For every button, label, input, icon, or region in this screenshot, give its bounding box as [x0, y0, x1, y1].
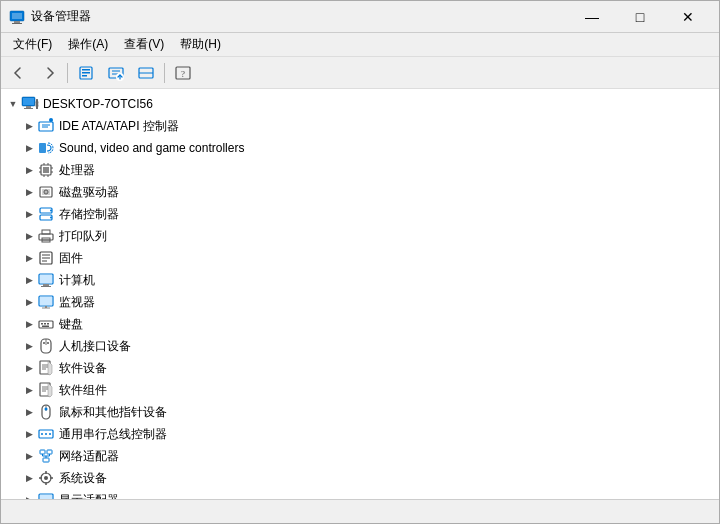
- tree-item[interactable]: 网络适配器: [1, 445, 719, 467]
- item-arrow[interactable]: [21, 467, 37, 489]
- svg-rect-64: [42, 326, 49, 328]
- close-button[interactable]: ✕: [665, 1, 711, 33]
- item-icon-printer: [37, 227, 55, 245]
- svg-rect-86: [40, 450, 45, 454]
- svg-point-81: [45, 408, 48, 411]
- menu-action[interactable]: 操作(A): [60, 33, 116, 56]
- title-bar: 设备管理器 — □ ✕: [1, 1, 719, 33]
- item-icon-storage: [37, 205, 55, 223]
- item-label: 鼠标和其他指针设备: [59, 404, 167, 421]
- item-label: 固件: [59, 250, 83, 267]
- tree-item[interactable]: 显示适配器: [1, 489, 719, 499]
- item-label: Sound, video and game controllers: [59, 141, 244, 155]
- item-arrow[interactable]: [21, 159, 37, 181]
- tree-item[interactable]: 软件组件: [1, 379, 719, 401]
- svg-rect-55: [41, 286, 51, 287]
- tree-item[interactable]: 鼠标和其他指针设备: [1, 401, 719, 423]
- menu-view[interactable]: 查看(V): [116, 33, 172, 56]
- svg-point-85: [49, 433, 51, 435]
- status-bar: [1, 499, 719, 523]
- item-label: 存储控制器: [59, 206, 119, 223]
- maximize-button[interactable]: □: [617, 1, 663, 33]
- update-driver-button[interactable]: [102, 60, 130, 86]
- svg-text:?: ?: [181, 69, 185, 79]
- tree-item[interactable]: 打印队列: [1, 225, 719, 247]
- tree-item[interactable]: 监视器: [1, 291, 719, 313]
- device-manager-window: 设备管理器 — □ ✕ 文件(F) 操作(A) 查看(V) 帮助(H): [0, 0, 720, 524]
- scan-button[interactable]: [132, 60, 160, 86]
- menu-bar: 文件(F) 操作(A) 查看(V) 帮助(H): [1, 33, 719, 57]
- svg-rect-19: [36, 99, 38, 109]
- item-arrow[interactable]: [21, 225, 37, 247]
- item-arrow[interactable]: [21, 247, 37, 269]
- tree-root[interactable]: DESKTOP-7OTCI56: [1, 93, 719, 115]
- menu-file[interactable]: 文件(F): [5, 33, 60, 56]
- toolbar: ?: [1, 57, 719, 89]
- item-icon-sound: [37, 139, 55, 157]
- item-label: 处理器: [59, 162, 95, 179]
- svg-point-84: [45, 433, 47, 435]
- root-arrow[interactable]: [5, 93, 21, 115]
- tree-item[interactable]: 通用串行总线控制器: [1, 423, 719, 445]
- item-label: 网络适配器: [59, 448, 119, 465]
- minimize-button[interactable]: —: [569, 1, 615, 33]
- item-icon-network: [37, 447, 55, 465]
- tree-item[interactable]: 存储控制器: [1, 203, 719, 225]
- item-arrow[interactable]: [21, 379, 37, 401]
- tree-item[interactable]: 软件设备: [1, 357, 719, 379]
- toolbar-separator-1: [67, 63, 68, 83]
- item-arrow[interactable]: [21, 335, 37, 357]
- svg-rect-44: [39, 234, 53, 240]
- tree-item[interactable]: 计算机: [1, 269, 719, 291]
- properties-button[interactable]: [72, 60, 100, 86]
- svg-rect-62: [44, 323, 46, 325]
- item-arrow[interactable]: [21, 313, 37, 335]
- svg-rect-54: [43, 284, 49, 286]
- tree-item[interactable]: Sound, video and game controllers: [1, 137, 719, 159]
- item-arrow[interactable]: [21, 269, 37, 291]
- item-icon-software: [37, 359, 55, 377]
- svg-rect-6: [82, 72, 90, 74]
- item-label: 监视器: [59, 294, 95, 311]
- item-icon-keyboard: [37, 315, 55, 333]
- svg-rect-61: [41, 323, 43, 325]
- back-button[interactable]: [5, 60, 33, 86]
- root-label: DESKTOP-7OTCI56: [43, 97, 153, 111]
- item-label: 磁盘驱动器: [59, 184, 119, 201]
- tree-item[interactable]: 处理器: [1, 159, 719, 181]
- svg-rect-3: [12, 23, 22, 24]
- item-arrow[interactable]: [21, 357, 37, 379]
- item-icon-disk: [37, 183, 55, 201]
- tree-item[interactable]: IDE ATA/ATAPI 控制器: [1, 115, 719, 137]
- item-arrow[interactable]: [21, 203, 37, 225]
- item-arrow[interactable]: [21, 489, 37, 499]
- item-icon-monitor: [37, 293, 55, 311]
- svg-rect-45: [42, 230, 50, 234]
- device-tree[interactable]: DESKTOP-7OTCI56 IDE ATA/ATAPI 控制器Sound, …: [1, 89, 719, 499]
- menu-help[interactable]: 帮助(H): [172, 33, 229, 56]
- item-label: 人机接口设备: [59, 338, 131, 355]
- item-arrow[interactable]: [21, 137, 37, 159]
- root-icon: [21, 95, 39, 113]
- svg-rect-53: [40, 275, 52, 283]
- tree-item[interactable]: 磁盘驱动器: [1, 181, 719, 203]
- item-label: 软件组件: [59, 382, 107, 399]
- tree-item[interactable]: 键盘: [1, 313, 719, 335]
- svg-rect-16: [23, 98, 34, 105]
- item-arrow[interactable]: [21, 115, 37, 137]
- tree-item[interactable]: 系统设备: [1, 467, 719, 489]
- item-arrow[interactable]: [21, 423, 37, 445]
- item-arrow[interactable]: [21, 445, 37, 467]
- help-button[interactable]: ?: [169, 60, 197, 86]
- item-arrow[interactable]: [21, 401, 37, 423]
- item-arrow[interactable]: [21, 291, 37, 313]
- svg-rect-88: [43, 458, 49, 462]
- svg-rect-87: [47, 450, 52, 454]
- tree-item[interactable]: 固件: [1, 247, 719, 269]
- item-arrow[interactable]: [21, 181, 37, 203]
- svg-point-83: [41, 433, 43, 435]
- tree-items-container: IDE ATA/ATAPI 控制器Sound, video and game c…: [1, 115, 719, 499]
- svg-rect-17: [26, 106, 31, 108]
- forward-button[interactable]: [35, 60, 63, 86]
- tree-item[interactable]: 人机接口设备: [1, 335, 719, 357]
